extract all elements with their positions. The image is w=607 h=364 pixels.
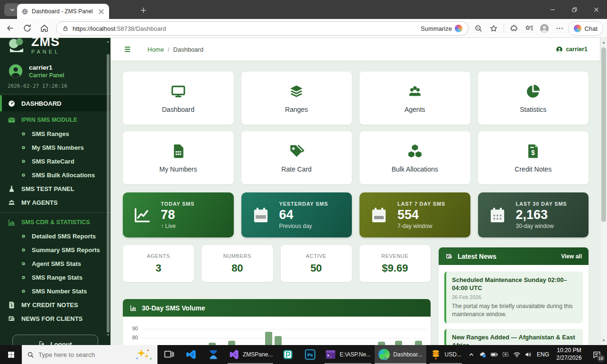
photoshop-icon: Ps — [304, 349, 316, 360]
quick-link-ranges[interactable]: Ranges — [241, 72, 352, 125]
profile-button[interactable] — [538, 22, 551, 35]
sidebar-divider[interactable] — [0, 212, 110, 213]
sidebar-item-news-for-clients[interactable]: NEWS FOR CLIENTS — [0, 312, 110, 326]
language-indicator[interactable]: ENG — [534, 351, 552, 358]
sidebar-item-my-agents[interactable]: MY AGENTS — [0, 196, 110, 209]
sidebar-item-my-sms-numbers[interactable]: My SMS Numbers — [0, 141, 110, 155]
chat-button[interactable]: Chat — [568, 21, 603, 36]
restore-icon — [571, 7, 578, 13]
bullet-icon — [21, 261, 26, 266]
sidebar-item-sms-ratecard[interactable]: SMS RateCard — [0, 155, 110, 168]
quick-link-bulk-allocations[interactable]: Bulk Allocations — [359, 131, 470, 184]
task-view-button[interactable] — [157, 345, 180, 364]
sidebar-user-box: carrier1 Carrier Panel 2026-02-27 17:20:… — [0, 59, 110, 94]
start-button[interactable] — [0, 345, 22, 364]
favorite-this-page-button[interactable] — [487, 22, 500, 35]
visual-studio-app[interactable]: ZMSPane... — [224, 345, 276, 364]
currency-app[interactable]: USD... — [426, 345, 465, 364]
scroll-up-arrow[interactable]: ▲ — [106, 40, 110, 43]
taskbar-search[interactable]: Type here to search — [22, 345, 157, 364]
app-logo[interactable]: ZMS PANEL — [0, 38, 110, 59]
quick-link-my-numbers[interactable]: My Numbers — [123, 131, 234, 184]
notification-center-button[interactable]: 15 — [586, 345, 607, 364]
sidebar-item-my-credit-notes[interactable]: $ MY CREDIT NOTES — [0, 298, 110, 312]
chart-bar — [265, 332, 272, 345]
menu-toggle-button[interactable] — [123, 45, 133, 54]
breadcrumb-home-link[interactable]: Home — [147, 46, 164, 53]
taskbar-clock[interactable]: 10:20 PM 2/27/2026 — [552, 347, 586, 362]
sidebar-scrollbar[interactable]: ▲ ▼ — [106, 40, 110, 343]
onedrive-tray-icon[interactable]: i — [477, 345, 488, 364]
chevron-up-icon — [468, 351, 475, 358]
notification-badge: 15 — [597, 355, 605, 362]
summarize-button[interactable]: Summarize — [421, 25, 462, 32]
page-viewport: ZMS PANEL carrier1 Carrier Panel 2026-02… — [0, 38, 607, 345]
tab-close-icon[interactable] — [98, 8, 105, 15]
header-user-chip[interactable]: carrier1 — [556, 46, 588, 53]
back-button[interactable] — [3, 21, 17, 36]
quick-link-rate-card[interactable]: Rate Card — [241, 131, 352, 184]
sidebar-item-sms-range-stats[interactable]: SMS Range Stats — [0, 271, 110, 284]
photoshop-app[interactable]: Ps — [299, 345, 321, 364]
refresh-button[interactable] — [20, 21, 34, 36]
stat-box-last-30-day-sms: LAST 30 DAY SMS 2,163 30-day window — [478, 192, 589, 237]
search-icon — [27, 351, 34, 358]
chart-bar — [275, 336, 282, 345]
sidebar-item-dashboard[interactable]: DASHBOARD — [0, 95, 110, 111]
minimize-button[interactable] — [542, 0, 563, 19]
close-button[interactable] — [585, 0, 607, 19]
zoom-out-button[interactable] — [472, 22, 485, 35]
vscode-icon — [185, 349, 197, 360]
news-item[interactable]: Scheduled Maintenance Sunday 02:00–04:00… — [444, 272, 583, 323]
sidebar-item-sms-number-stats[interactable]: SMS Number Stats — [0, 284, 110, 298]
news-list: Scheduled Maintenance Sunday 02:00–04:00… — [439, 265, 589, 345]
restore-button[interactable] — [563, 0, 585, 19]
quick-link-credit-notes[interactable]: $ Credit Notes — [478, 131, 589, 184]
scroll-up-arrow[interactable]: ▲ — [600, 40, 607, 45]
sidebar-user-role: Carrier Panel — [29, 72, 64, 79]
blue-hourglass-app[interactable] — [202, 345, 224, 364]
favorites-button[interactable] — [523, 22, 536, 35]
quick-link-statistics[interactable]: Statistics — [478, 72, 589, 125]
sidebar-item-sms-ranges[interactable]: SMS Ranges — [0, 127, 110, 141]
chart-header: 30-Day SMS Volume — [123, 299, 431, 317]
edge-app[interactable]: Dashboar... — [375, 345, 426, 364]
view-all-link[interactable]: View all — [561, 253, 582, 260]
wifi-tray-icon[interactable] — [511, 345, 523, 364]
terminal-app[interactable]: >_ E:\ASP.Ne... — [321, 345, 375, 364]
sidebar-item-summary-sms-reports[interactable]: Summary SMS Reports — [0, 243, 110, 257]
globe-icon — [21, 8, 28, 15]
sidebar-item-sms-bulk-allocations[interactable]: SMS Bulk Allocations — [0, 168, 110, 182]
logout-button[interactable]: Logout — [12, 335, 98, 345]
cast-tray-icon[interactable] — [500, 345, 511, 364]
sidebar-section-sms-cdr-statistics[interactable]: SMS CDR & STATISTICS — [0, 215, 110, 229]
scrollbar-thumb[interactable] — [601, 47, 606, 222]
vscode-app[interactable] — [180, 345, 202, 364]
tray-expand-button[interactable] — [466, 345, 477, 364]
sidebar-item-sms-test-panel[interactable]: SMS TEST PANEL — [0, 182, 110, 196]
sidebar-item-detailed-sms-reports[interactable]: Detailed SMS Reports — [0, 229, 110, 243]
quick-link-agents[interactable]: Agents — [359, 72, 470, 125]
settings-menu-button[interactable] — [553, 22, 566, 35]
scroll-down-arrow[interactable]: ▼ — [600, 338, 607, 343]
address-bar[interactable]: https://localhost:58738/Dashboard Summar… — [56, 21, 469, 36]
home-button[interactable] — [37, 21, 51, 36]
scroll-down-arrow[interactable]: ▼ — [106, 333, 110, 337]
scrollbar-thumb[interactable] — [107, 54, 110, 333]
taskbar: Type here to search ZMSPane... Ps — [0, 345, 607, 364]
battery-tray-icon[interactable] — [488, 345, 500, 364]
layers-icon — [288, 83, 305, 100]
volume-tray-icon[interactable] — [523, 345, 534, 364]
quick-link-dashboard[interactable]: Dashboard — [123, 72, 234, 125]
sms-volume-chart-card: 30-Day SMS Volume 9080 — [123, 299, 431, 345]
extensions-button[interactable] — [507, 22, 521, 35]
news-item[interactable]: New Ranges Added — Afghanistan & East Af… — [444, 329, 583, 345]
sidebar-item-agent-sms-stats[interactable]: Agent SMS Stats — [0, 257, 110, 271]
page-scrollbar[interactable]: ▲ ▼ — [600, 38, 607, 345]
svg-text:Ps: Ps — [307, 352, 313, 357]
teal-p-app[interactable] — [276, 345, 299, 364]
sidebar-section-iprn-sms-module[interactable]: IPRN SMS MODULE — [0, 113, 110, 127]
news-header: Latest News View all — [439, 247, 589, 265]
browser-tab[interactable]: Dashboard - ZMS Panel — [17, 4, 109, 19]
new-tab-button[interactable] — [137, 4, 150, 16]
